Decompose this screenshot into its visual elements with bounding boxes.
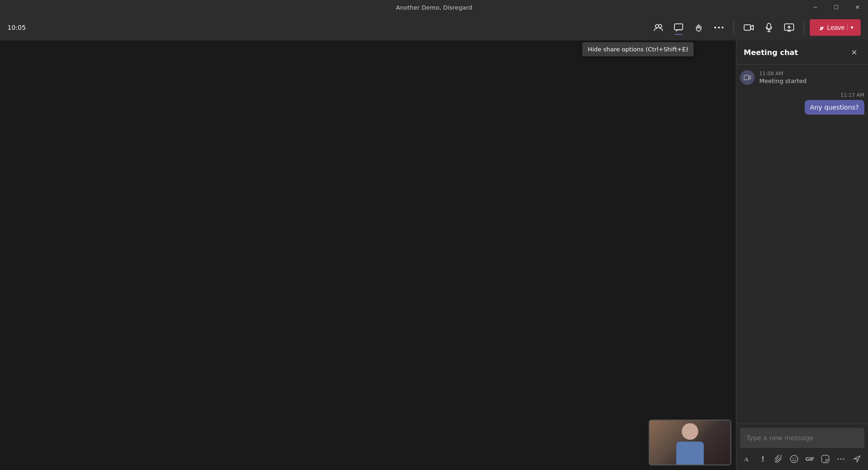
emoji-button[interactable] (787, 452, 801, 466)
leave-label: Leave (827, 24, 845, 31)
svg-point-4 (718, 27, 720, 28)
more-icon (714, 27, 723, 28)
message-input[interactable]: Type a new message (740, 428, 864, 448)
user-message-bubble: Any questions? (805, 100, 864, 115)
chat-input-area: Type a new message A ! (736, 424, 868, 470)
maximize-button[interactable]: ☐ (826, 0, 847, 15)
send-icon (853, 455, 861, 463)
svg-text:A: A (744, 456, 749, 463)
video-feed (650, 420, 730, 464)
system-message-text: Meeting started (759, 77, 807, 84)
meeting-time: 10:05 (7, 24, 35, 31)
mic-button[interactable] (760, 18, 778, 37)
svg-rect-6 (744, 25, 751, 30)
sticker-button[interactable] (818, 452, 833, 466)
system-message-icon (740, 70, 755, 85)
send-button[interactable] (850, 452, 864, 466)
chat-messages: 11:08 AM Meeting started 11:17 AM Any qu… (736, 65, 868, 424)
toolbar-divider-2 (804, 21, 804, 34)
svg-point-20 (843, 459, 845, 460)
window-title: Another Demo, Disregard (396, 4, 472, 11)
leave-chevron[interactable]: ▾ (847, 24, 853, 31)
chat-button[interactable] (669, 18, 688, 37)
svg-point-1 (658, 25, 662, 28)
system-message-time: 11:08 AM (759, 71, 807, 77)
user-message-1: 11:17 AM Any questions? (740, 92, 864, 115)
toolbar: 10:05 (0, 15, 868, 40)
close-button[interactable]: ✕ (847, 0, 868, 15)
chat-panel: Meeting chat ✕ 11:08 AM Meeting started … (736, 40, 868, 470)
svg-point-18 (838, 459, 839, 460)
svg-rect-2 (674, 24, 683, 30)
share-icon (784, 23, 794, 32)
gif-button[interactable]: GIF (802, 452, 817, 466)
leave-button[interactable]: Leave ▾ (810, 19, 861, 36)
more-button[interactable] (710, 18, 728, 37)
svg-point-15 (793, 458, 794, 459)
user-message-time: 11:17 AM (840, 92, 864, 98)
chat-toolbar: A ! GIF (740, 452, 864, 466)
message-placeholder: Type a new message (746, 434, 813, 442)
tooltip-text: Hide share options (Ctrl+Shift+E) (588, 46, 688, 53)
camera-button[interactable] (740, 18, 758, 37)
raise-hand-icon (694, 23, 703, 32)
title-bar: Another Demo, Disregard ─ ☐ ✕ (0, 0, 868, 15)
self-video-thumbnail (649, 420, 731, 465)
svg-rect-7 (767, 23, 771, 29)
participants-button[interactable] (649, 18, 668, 37)
more-chat-icon (837, 458, 845, 460)
share-tooltip: Hide share options (Ctrl+Shift+E) (582, 42, 694, 56)
chat-close-button[interactable]: ✕ (848, 46, 861, 59)
attach-icon (775, 455, 782, 463)
leave-phone-icon (817, 24, 824, 31)
raise-hand-button[interactable] (690, 18, 708, 37)
sticker-icon (821, 455, 829, 463)
main-content (0, 40, 547, 470)
person-silhouette (672, 423, 708, 464)
person-head (682, 423, 698, 440)
camera-icon (744, 24, 754, 31)
chat-title: Meeting chat (744, 48, 798, 57)
person-body (676, 442, 704, 464)
svg-point-19 (840, 459, 842, 460)
priority-button[interactable]: ! (756, 452, 770, 466)
minimize-button[interactable]: ─ (805, 0, 826, 15)
emoji-icon (790, 455, 798, 463)
chat-header: Meeting chat ✕ (736, 40, 868, 65)
format-icon: A (744, 455, 751, 463)
svg-point-0 (655, 25, 658, 28)
svg-point-5 (722, 27, 723, 28)
toolbar-controls: Leave ▾ (649, 18, 861, 37)
mic-icon (766, 23, 772, 32)
svg-rect-12 (744, 75, 749, 80)
more-chat-options-button[interactable] (834, 452, 848, 466)
participants-icon (654, 23, 663, 32)
toolbar-divider (734, 21, 734, 34)
video-icon (744, 74, 751, 81)
window-controls: ─ ☐ ✕ (805, 0, 868, 15)
svg-point-3 (714, 27, 716, 28)
gif-icon: GIF (805, 456, 814, 462)
priority-icon: ! (761, 455, 764, 464)
attach-button[interactable] (771, 452, 786, 466)
share-button[interactable] (780, 18, 798, 37)
system-message-body: 11:08 AM Meeting started (759, 71, 807, 84)
svg-point-16 (795, 458, 796, 459)
system-message-started: 11:08 AM Meeting started (740, 70, 864, 85)
svg-point-14 (790, 455, 798, 463)
chat-icon (674, 23, 683, 32)
format-text-button[interactable]: A (740, 452, 755, 466)
